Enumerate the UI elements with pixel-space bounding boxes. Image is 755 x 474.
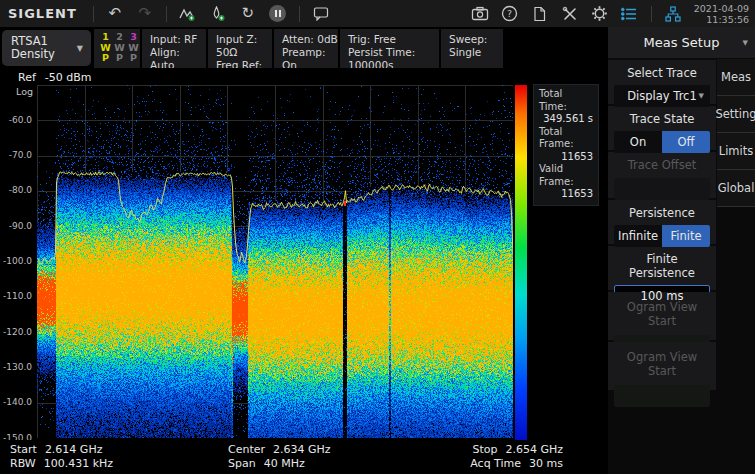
y-tick-label: -130.0 [3, 362, 32, 372]
ogram-start-section-2: Ogram View Start [608, 342, 716, 390]
status-strip: 1WP 2WP 3WP Input: RFAlign: Auto Input Z… [94, 29, 503, 68]
tools-icon[interactable] [558, 3, 582, 25]
tab-setting[interactable]: Setting [717, 96, 755, 133]
rbw-readout: RBW100.431 kHz [10, 457, 113, 471]
time-label: 11:35:56 [694, 14, 749, 25]
trace-offset-field [614, 178, 710, 200]
trace-state-label: Trace State [614, 112, 710, 131]
toolbar-right-group: ? 2021-04-09 11:35:56 [465, 3, 755, 25]
freq-start-group: Start2.614 GHzRBW100.431 kHz [10, 443, 113, 471]
select-trace-dropdown[interactable]: Display Trc1 ▼ [614, 85, 710, 107]
trace-2-indicator[interactable]: 2WP [114, 32, 125, 68]
trace-offset-label: Trace Offset [614, 158, 710, 178]
trace-state-off-button[interactable]: Off [662, 131, 710, 153]
trace-state-on-button[interactable]: On [614, 131, 662, 153]
info-value: 11653 [539, 151, 593, 164]
toolbar-divider [651, 6, 652, 22]
persistence-infinite-button[interactable]: Infinite [614, 225, 662, 247]
trace-state-section: Trace State On Off [608, 106, 716, 150]
redo-icon: ↷ [133, 3, 157, 25]
date-label: 2021-04-09 [694, 3, 749, 14]
annotation-icon[interactable] [309, 3, 333, 25]
info-value: 349.561 s [539, 113, 593, 126]
tab-limits[interactable]: Limits [717, 133, 755, 170]
select-trace-section: Select Trace Display Trc1 ▼ [608, 60, 716, 104]
finite-persistence-label: Finite Persistence [614, 252, 710, 285]
spectrum-display: Ref-50 dBm Log -60.0-70.0-80.0-90.0-100.… [0, 68, 608, 440]
menu-list-icon[interactable] [618, 3, 642, 25]
y-tick-label: -80.0 [9, 185, 32, 195]
trace-add-icon[interactable] [176, 3, 200, 25]
freq-stop-group: Stop2.654 GHzAcq Time30 ms [470, 443, 563, 471]
mode-dropdown[interactable]: RTSA1 Density ▼ [2, 30, 91, 66]
stop-readout: Stop2.654 GHz [470, 443, 563, 457]
persistence-finite-button[interactable]: Finite [662, 225, 710, 247]
bottom-bar: Start2.614 GHzRBW100.431 kHz Center2.634… [0, 440, 608, 474]
y-tick-label: -90.0 [9, 221, 32, 231]
toolbar-divider [299, 6, 300, 22]
ogram-view-start-field-2 [614, 385, 710, 407]
tab-global[interactable]: Global [717, 170, 755, 207]
menu-title: Meas Setup [644, 35, 720, 50]
status-input-z: Input Z: 50ΩFreq Ref: Int [208, 29, 272, 68]
y-tick-label: -120.0 [3, 327, 32, 337]
undo-icon[interactable]: ↶ [103, 3, 127, 25]
marker-add-icon[interactable] [206, 3, 230, 25]
status-trigger: Trig: FreePersist Time: 100000s [340, 29, 439, 68]
info-value: 11653 [539, 188, 593, 201]
freq-center-group: Center2.634 GHzSpan40 MHz [228, 443, 331, 471]
y-tick-label: -60.0 [9, 115, 32, 125]
chevron-down-icon: ▼ [77, 44, 83, 53]
acq-time-readout: Acq Time30 ms [470, 457, 563, 471]
network-icon[interactable] [661, 3, 685, 25]
trace-offset-section: Trace Offset [608, 152, 716, 198]
y-axis-ticks: -60.0-70.0-80.0-90.0-100.0-110.0-120.0-1… [0, 68, 34, 440]
ref-value: -50 dBm [45, 71, 92, 84]
menu-header[interactable]: Meas Setup ▼ [608, 27, 755, 58]
pause-icon[interactable] [266, 3, 290, 25]
ogram-view-start-label-1: Ogram View Start [614, 298, 710, 335]
trace-1-indicator[interactable]: 1WP [100, 32, 111, 68]
toolbar-divider [93, 6, 94, 22]
chevron-down-icon: ▼ [743, 39, 748, 47]
persistence-section: Persistence Infinite Finite [608, 200, 716, 244]
status-atten: Atten: 0dBPreamp: On [274, 29, 338, 68]
screenshot-icon[interactable] [468, 3, 492, 25]
status-sweep: Sweep: Single [441, 29, 503, 68]
help-icon[interactable]: ? [498, 3, 522, 25]
acquisition-info: Total Time:349.561 sTotal Frame:11653Val… [533, 84, 599, 206]
y-tick-label: -140.0 [3, 397, 32, 407]
density-plot [37, 85, 513, 438]
y-tick-label: -110.0 [3, 291, 32, 301]
restart-icon[interactable]: ↻ [236, 3, 260, 25]
plot-area [37, 85, 513, 438]
info-label: Total Time: [539, 88, 593, 113]
status-row: RTSA1 Density ▼ 1WP 2WP 3WP Input: RFAli… [0, 27, 608, 68]
ogram-view-start-label-2: Ogram View Start [614, 348, 710, 385]
chevron-down-icon: ▼ [699, 92, 704, 100]
finite-persistence-section: Finite Persistence 100 ms [608, 246, 716, 290]
info-label: Valid Frame: [539, 163, 593, 188]
file-icon[interactable] [528, 3, 552, 25]
menu-buttons: Select Trace Display Trc1 ▼ Trace State … [608, 60, 716, 392]
span-readout: Span40 MHz [228, 457, 331, 471]
persistence-label: Persistence [614, 206, 710, 225]
toolbar-divider [166, 6, 167, 22]
center-readout: Center2.634 GHz [228, 443, 331, 457]
select-trace-label: Select Trace [614, 66, 710, 85]
datetime: 2021-04-09 11:35:56 [694, 3, 749, 25]
trace-indicators[interactable]: 1WP 2WP 3WP [94, 29, 140, 68]
analyzer-screen: SIGLENT ↶ ↷ ↻ ? [0, 0, 755, 474]
tab-meas[interactable]: Meas [717, 59, 755, 96]
menu-tabs: Meas Setting Limits Global [717, 59, 755, 207]
y-tick-label: -100.0 [3, 256, 32, 266]
top-toolbar: SIGLENT ↶ ↷ ↻ ? [0, 0, 755, 27]
side-menu: Meas Setup ▼ Select Trace Display Trc1 ▼… [608, 27, 755, 474]
ogram-start-section-1: Ogram View Start [608, 292, 716, 340]
siglent-logo: SIGLENT [8, 6, 77, 21]
svg-text:?: ? [507, 8, 512, 19]
trace-3-indicator[interactable]: 3WP [128, 32, 139, 68]
mode-line2: Density [11, 48, 55, 61]
density-colorbar [515, 85, 527, 446]
settings-gear-icon[interactable] [588, 3, 612, 25]
